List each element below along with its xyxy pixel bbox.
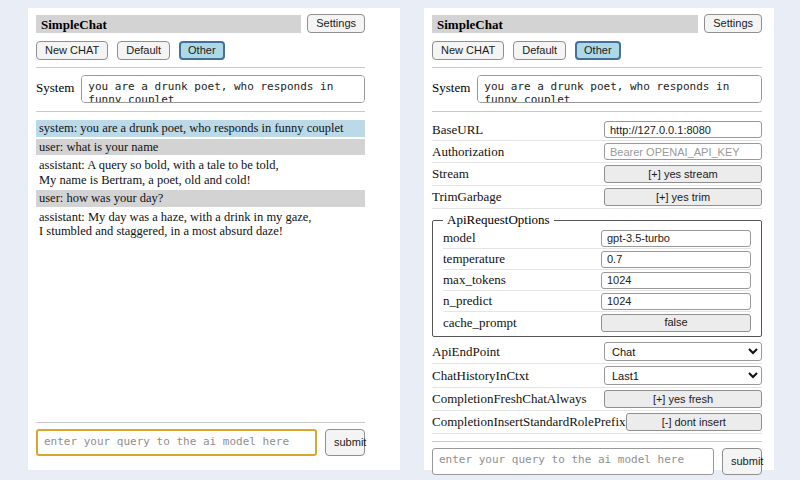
setting-row-stream: Stream [+] yes stream [432,163,762,186]
baseurl-label: BaseURL [432,122,483,138]
stream-toggle-button[interactable]: [+] yes stream [604,165,762,183]
trim-garbage-toggle-button[interactable]: [+] yes trim [604,188,762,206]
submit-button[interactable]: submit [722,448,762,475]
setting-row-baseurl: BaseURL [432,119,762,141]
setting-row-completion-insert-role-prefix: CompletionInsertStandardRolePrefix [-] d… [432,411,762,434]
completion-fresh-chat-toggle-button[interactable]: [+] yes fresh [604,390,762,408]
system-label: System [432,75,470,96]
authorization-input[interactable] [604,143,762,160]
divider [432,441,762,442]
divider [36,67,365,68]
divider [432,111,762,112]
n-predict-input[interactable] [601,293,751,310]
divider [432,67,762,68]
model-input[interactable] [601,230,751,247]
setting-row-model: model [443,228,751,249]
max-tokens-input[interactable] [601,272,751,289]
setting-row-trimgarbage: TrimGarbage [+] yes trim [432,186,762,209]
completion-insert-role-prefix-toggle-button[interactable]: [-] dont insert [626,413,762,431]
session-tab-default[interactable]: Default [513,41,566,60]
chat-session-tabs: New CHAT Default Other [36,41,365,60]
chat-history: system: you are a drunk poet, who respon… [36,120,365,242]
settings-button[interactable]: Settings [307,14,365,33]
divider [36,111,365,112]
chat-history-in-ctxt-select[interactable]: Last1 [604,366,762,385]
new-chat-button[interactable]: New CHAT [36,41,108,60]
cache-prompt-toggle-button[interactable]: false [601,314,751,332]
settings-panel: SimpleChat Settings New CHAT Default Oth… [424,8,774,470]
chat-message-assistant: assistant: My day was a haze, with a dri… [36,209,365,240]
cache-prompt-label: cache_prompt [443,315,517,331]
api-request-options-legend: ApiRequestOptions [443,212,554,228]
setting-row-cache-prompt: cache_prompt false [443,312,751,333]
chat-message-user: user: what is your name [36,139,365,156]
api-endpoint-label: ApiEndPoint [432,344,500,360]
api-request-options-fieldset: ApiRequestOptions model temperature max_… [432,212,762,337]
session-tab-other[interactable]: Other [575,41,621,60]
header: SimpleChat Settings [36,14,365,33]
system-label: System [36,75,74,96]
setting-row-max-tokens: max_tokens [443,270,751,291]
query-input[interactable] [36,429,317,456]
authorization-label: Authorization [432,144,504,160]
divider [36,422,365,423]
spacer [36,242,365,415]
setting-row-api-endpoint: ApiEndPoint Chat [432,340,762,364]
trim-garbage-label: TrimGarbage [432,189,502,205]
temperature-label: temperature [443,251,505,267]
setting-row-temperature: temperature [443,249,751,270]
query-row: submit [432,448,762,475]
chat-message-user: user: how was your day? [36,190,365,207]
new-chat-button[interactable]: New CHAT [432,41,504,60]
setting-row-n-predict: n_predict [443,291,751,312]
system-prompt-input[interactable]: you are a drunk poet, who responds in fu… [81,75,365,103]
query-input[interactable] [432,448,714,475]
n-predict-label: n_predict [443,293,492,309]
settings-list: BaseURL Authorization Stream [+] yes str… [432,119,762,434]
temperature-input[interactable] [601,251,751,268]
app-title: SimpleChat [432,15,698,33]
session-tab-other[interactable]: Other [179,41,225,60]
session-tab-default[interactable]: Default [117,41,170,60]
api-endpoint-select[interactable]: Chat [604,342,762,361]
stream-label: Stream [432,166,469,182]
app-title: SimpleChat [36,15,301,33]
chat-session-tabs: New CHAT Default Other [432,41,762,60]
system-prompt-row: System you are a drunk poet, who respond… [432,75,762,103]
completion-insert-role-prefix-label: CompletionInsertStandardRolePrefix [432,414,626,430]
setting-row-authorization: Authorization [432,141,762,163]
setting-row-chat-history-in-ctxt: ChatHistoryInCtxt Last1 [432,364,762,388]
system-prompt-input[interactable]: you are a drunk poet, who responds in fu… [477,75,762,103]
query-row: submit [36,429,365,456]
system-prompt-row: System you are a drunk poet, who respond… [36,75,365,103]
submit-button[interactable]: submit [325,429,365,456]
settings-button[interactable]: Settings [704,14,762,33]
base-url-input[interactable] [604,121,762,138]
setting-row-completion-fresh-chat: CompletionFreshChatAlways [+] yes fresh [432,388,762,411]
completion-fresh-chat-label: CompletionFreshChatAlways [432,391,587,407]
max-tokens-label: max_tokens [443,272,506,288]
chat-message-system: system: you are a drunk poet, who respon… [36,120,365,137]
model-label: model [443,230,476,246]
header: SimpleChat Settings [432,14,762,33]
chat-message-assistant: assistant: A query so bold, with a tale … [36,157,365,188]
chat-panel: SimpleChat Settings New CHAT Default Oth… [28,8,400,470]
chat-history-in-ctxt-label: ChatHistoryInCtxt [432,368,529,384]
